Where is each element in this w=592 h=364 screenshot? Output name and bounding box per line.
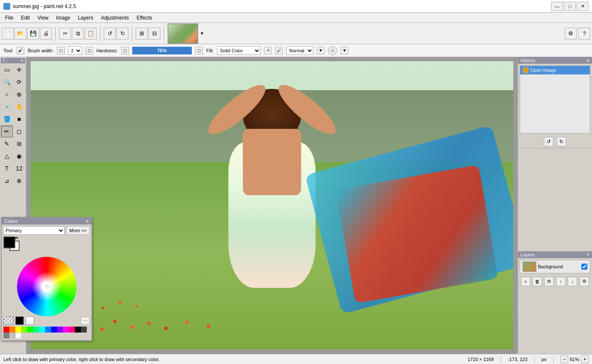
tool-rectangle-select[interactable]: ▭ [1, 64, 13, 76]
palette-azure[interactable] [45, 327, 51, 333]
palette-yellow[interactable] [15, 327, 21, 333]
color-wheel-container[interactable] [17, 255, 77, 315]
palette-spring-green[interactable] [33, 327, 39, 333]
fill-tool-1[interactable]: ↗ [264, 47, 272, 54]
color-wheel[interactable] [17, 257, 77, 316]
fill-select[interactable]: Solid Color Linear Gradient Radial Gradi… [217, 46, 261, 55]
new-button[interactable]: 📄 [2, 28, 14, 40]
palette-black[interactable] [75, 327, 81, 333]
palette-magenta[interactable] [63, 327, 69, 333]
palette-pink[interactable] [69, 327, 75, 333]
tool-zoom-in[interactable]: ⊕ [13, 88, 25, 100]
menu-file[interactable]: File [2, 14, 17, 22]
canvas-area[interactable] [26, 57, 518, 354]
palette-violet[interactable] [57, 327, 63, 333]
tool-number[interactable]: 12 [13, 162, 25, 174]
copy-button[interactable]: ⧉ [72, 28, 84, 40]
palette-red[interactable] [3, 327, 9, 333]
undo-button[interactable]: ↺ [104, 28, 116, 40]
menu-edit[interactable]: Edit [17, 14, 33, 22]
thumbnail-dropdown[interactable]: ▼ [200, 31, 204, 36]
white-button[interactable] [26, 316, 34, 325]
brush-width-select[interactable]: 2 [68, 46, 82, 55]
history-redo[interactable]: ↻ [557, 137, 566, 146]
brush-width-increase[interactable]: ◻ [85, 47, 93, 54]
zoom-in-button[interactable]: + [581, 355, 589, 363]
tool-clone[interactable]: ⧉ [13, 138, 25, 150]
tool-brush[interactable]: ✏ [1, 125, 13, 137]
paste-button[interactable]: 📋 [85, 28, 97, 40]
tool-sharpen[interactable]: △ [1, 150, 13, 162]
image-thumbnail[interactable] [168, 23, 198, 44]
layer-add[interactable]: + [521, 277, 530, 286]
layer-visibility[interactable] [581, 264, 587, 270]
tool-text[interactable]: T [1, 162, 13, 174]
hardness-increase[interactable]: ◻ [195, 47, 203, 54]
menu-effects[interactable]: Effects [133, 14, 155, 22]
redo-button[interactable]: ↻ [117, 28, 128, 40]
colors-more-button[interactable]: More >> [66, 226, 90, 235]
palette-gray[interactable] [3, 333, 9, 338]
tool-pencil[interactable]: ✎ [1, 138, 13, 150]
palette-yellow-green[interactable] [21, 327, 27, 333]
layer-down[interactable]: ↓ [568, 277, 577, 286]
tool-paintbucket[interactable]: 🪣 [1, 113, 13, 125]
fill-tool-2[interactable]: 🖊 [275, 47, 283, 54]
tool-eyedropper[interactable]: 💉 [1, 101, 13, 113]
zoom-out-button[interactable]: − [561, 355, 568, 363]
tool-shapes[interactable]: ⊿ [1, 175, 13, 187]
history-undo[interactable]: ↺ [544, 137, 553, 146]
menu-view[interactable]: View [34, 14, 52, 22]
tool-lasso[interactable]: ⟳ [13, 76, 25, 88]
layer-settings[interactable]: ⚙ [580, 277, 589, 286]
colors-close[interactable]: ✕ [85, 219, 89, 224]
opacity-dropdown[interactable]: ▼ [341, 47, 348, 54]
maximize-button[interactable]: □ [564, 2, 576, 11]
palette-cyan[interactable] [39, 327, 45, 333]
transparent-button[interactable] [3, 316, 14, 325]
tool-zoom[interactable]: 🔍 [1, 76, 13, 88]
layer-duplicate[interactable]: ⧉ [544, 277, 554, 286]
history-item[interactable]: Open Image [520, 66, 590, 74]
help-button[interactable]: ? [578, 28, 590, 40]
layer-delete[interactable]: 🗑 [532, 277, 542, 286]
print-button[interactable]: 🖨 [40, 28, 52, 40]
tool-picker[interactable]: 🖌 [17, 47, 24, 54]
hardness-bar[interactable]: 75% [132, 47, 192, 54]
save-button[interactable]: 💾 [27, 28, 39, 40]
blend-mode-select[interactable]: Normal Multiply Screen Overlay [286, 46, 313, 55]
minimize-button[interactable]: — [551, 2, 563, 11]
palette-light-gray[interactable] [9, 333, 15, 338]
hardness-decrease[interactable]: ◻ [121, 47, 129, 54]
menu-image[interactable]: Image [53, 14, 74, 22]
layers-close[interactable]: ✕ [586, 252, 589, 257]
layer-up[interactable]: ↑ [556, 277, 566, 286]
more-colors-button[interactable]: ⋯ [81, 317, 90, 325]
palette-blue[interactable] [51, 327, 57, 333]
opacity-button[interactable]: ○ [328, 46, 337, 55]
crop-button[interactable]: ⊞ [136, 28, 148, 40]
palette-green[interactable] [27, 327, 33, 333]
black-button[interactable] [15, 316, 24, 325]
resize-button[interactable]: ⊟ [148, 28, 160, 40]
tool-extra[interactable]: ⊕ [13, 175, 25, 187]
tool-pan[interactable]: ✋ [13, 101, 25, 113]
palette-orange[interactable] [9, 327, 15, 333]
mode-dropdown[interactable]: ▼ [317, 47, 324, 54]
cut-button[interactable]: ✂ [59, 28, 71, 40]
history-close[interactable]: ✕ [586, 58, 589, 63]
settings-button[interactable]: ⚙ [565, 28, 577, 40]
palette-dark-gray[interactable] [81, 327, 87, 333]
brush-width-decrease[interactable]: ◻ [57, 47, 65, 54]
close-button[interactable]: ✕ [577, 2, 589, 11]
menu-layers[interactable]: Layers [74, 14, 97, 22]
tool-fill[interactable]: ■ [13, 113, 25, 125]
tool-ellipse[interactable]: ○ [1, 88, 13, 100]
primary-color-swatch[interactable] [3, 236, 15, 248]
tool-blur[interactable]: ◉ [13, 150, 25, 162]
palette-white[interactable] [15, 333, 21, 338]
toolbox-close[interactable]: ✕ [20, 58, 23, 63]
layer-item[interactable]: Background [520, 260, 590, 273]
menu-adjustments[interactable]: Adjustments [97, 14, 132, 22]
open-button[interactable]: 📂 [14, 28, 26, 40]
